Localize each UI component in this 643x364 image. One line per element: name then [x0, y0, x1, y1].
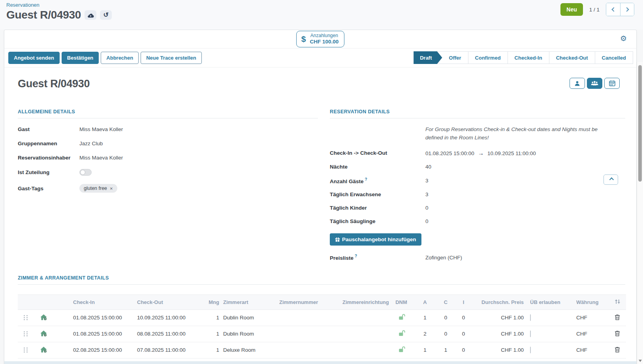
guest-tag[interactable]: gluten free ×: [79, 184, 117, 193]
group-view-button[interactable]: [587, 78, 602, 89]
adults-cell[interactable]: 2: [413, 326, 437, 342]
check-in-out-field[interactable]: 01.08.2025 15:00:00→10.09.2025 11:00:00: [425, 150, 625, 156]
currency-cell[interactable]: CHF: [565, 342, 609, 358]
column-header-check-in[interactable]: Check-In: [68, 295, 135, 310]
check-in-cell[interactable]: 01.08.2025 15:00:00: [68, 326, 135, 342]
adults-cell[interactable]: 1: [413, 310, 437, 326]
reservation-holder-field[interactable]: Miss Maeva Koller: [79, 155, 318, 161]
children-cell[interactable]: 0: [437, 326, 455, 342]
status-step-offer[interactable]: Offer: [442, 52, 468, 64]
ob-allowed-checkbox[interactable]: [530, 330, 531, 337]
row-drag-handle[interactable]: [18, 310, 34, 326]
column-header-room-type[interactable]: Zimmerart: [222, 295, 277, 310]
currency-cell[interactable]: CHF: [565, 310, 609, 326]
column-header-infants[interactable]: I: [455, 295, 472, 310]
delete-row-button[interactable]: [609, 326, 626, 342]
column-header-check-out[interactable]: Check-Out: [135, 295, 198, 310]
is-allocation-toggle[interactable]: [79, 169, 92, 176]
ob-allowed-checkbox[interactable]: [530, 314, 531, 321]
children-cell[interactable]: 0: [437, 310, 455, 326]
confirm-button[interactable]: Bestätigen: [62, 52, 99, 64]
daily-adults-field[interactable]: 3: [425, 191, 625, 197]
pager-next-button[interactable]: [620, 3, 634, 16]
guest-count-field[interactable]: 3: [425, 178, 625, 184]
adults-cell[interactable]: 1: [413, 342, 437, 358]
room-type-cell[interactable]: Deluxe Room: [222, 342, 277, 358]
room-number-cell[interactable]: [277, 342, 340, 358]
check-out-cell[interactable]: 07.08.2025 11:00:00: [135, 342, 198, 358]
check-out-cell[interactable]: 10.09.2025 11:00:00: [135, 310, 198, 326]
column-header-children[interactable]: C: [437, 295, 455, 310]
save-record-button[interactable]: [85, 10, 96, 20]
quantity-cell[interactable]: 1: [198, 342, 222, 358]
room-type-cell[interactable]: Dublin Room: [222, 310, 277, 326]
calendar-view-button[interactable]: [604, 78, 620, 89]
column-header-ob-allowed[interactable]: ÜB erlauben: [528, 295, 565, 310]
check-in-value[interactable]: 01.08.2025 15:00:00: [425, 150, 474, 156]
infants-cell[interactable]: 0: [455, 326, 472, 342]
column-header-adults[interactable]: A: [413, 295, 437, 310]
deposits-smart-button[interactable]: $ Anzahlungen CHF 100.00: [296, 31, 344, 47]
status-step-cancelled[interactable]: Cancelled: [595, 52, 633, 64]
daily-infants-field[interactable]: 0: [425, 218, 625, 224]
collapse-section-button[interactable]: [604, 174, 618, 185]
room-number-cell[interactable]: [277, 326, 340, 342]
column-header-currency[interactable]: Währung: [565, 295, 609, 310]
guest-field[interactable]: Miss Maeva Koller: [79, 126, 318, 132]
ob-allowed-checkbox[interactable]: [530, 347, 531, 353]
breadcrumb[interactable]: Reservationen: [6, 2, 39, 8]
room-amenities-cell[interactable]: [340, 326, 389, 342]
infants-cell[interactable]: 0: [455, 342, 472, 358]
tag-remove-icon[interactable]: ×: [110, 186, 113, 191]
toggle-columns-button[interactable]: [609, 295, 626, 310]
row-drag-handle[interactable]: [18, 326, 34, 342]
quantity-cell[interactable]: 1: [198, 310, 222, 326]
discard-changes-button[interactable]: ↺: [100, 10, 112, 20]
column-header-avg-price[interactable]: Durchschn. Preis: [472, 295, 528, 310]
column-header-room-number[interactable]: Zimmernummer: [277, 295, 340, 310]
quantity-cell[interactable]: 1: [198, 326, 222, 342]
status-step-checked-out[interactable]: Checked-Out: [549, 52, 595, 64]
nights-field[interactable]: 40: [425, 164, 625, 170]
room-amenities-cell[interactable]: [340, 310, 389, 326]
new-record-button[interactable]: Neu: [560, 3, 583, 16]
new-trace-button[interactable]: Neue Trace erstellen: [141, 52, 201, 64]
scrollbar-down-arrow[interactable]: [639, 360, 642, 362]
group-name-field[interactable]: Jazz Club: [79, 141, 318, 146]
column-header-dnm[interactable]: DNM: [389, 295, 413, 310]
add-package-button[interactable]: Pauschalangebot hinzufügen: [330, 233, 421, 246]
pager-previous-button[interactable]: [606, 3, 620, 16]
column-header-mng[interactable]: Mng: [198, 295, 222, 310]
status-step-draft[interactable]: Draft: [414, 51, 442, 64]
check-in-cell[interactable]: 02.08.2025 15:00:00: [68, 342, 135, 358]
infants-cell[interactable]: 0: [455, 310, 472, 326]
check-out-value[interactable]: 10.09.2025 11:00:00: [487, 150, 536, 156]
room-amenities-cell[interactable]: [340, 342, 389, 358]
dnm-cell[interactable]: [389, 326, 413, 342]
children-cell[interactable]: 1: [437, 342, 455, 358]
dnm-cell[interactable]: [389, 342, 413, 358]
check-in-cell[interactable]: 01.08.2025 15:00:00: [68, 310, 135, 326]
daily-children-field[interactable]: 0: [425, 205, 625, 211]
avg-price-cell[interactable]: CHF 1.00: [472, 310, 528, 326]
avg-price-cell[interactable]: CHF 1.00: [472, 326, 528, 342]
send-offer-button[interactable]: Angebot senden: [8, 52, 60, 64]
single-guest-view-button[interactable]: [570, 78, 585, 89]
status-step-checked-in[interactable]: Checked-In: [508, 52, 549, 64]
check-out-cell[interactable]: 08.08.2025 11:00:00: [135, 326, 198, 342]
row-drag-handle[interactable]: [18, 342, 34, 358]
currency-cell[interactable]: CHF: [565, 326, 609, 342]
dnm-cell[interactable]: [389, 310, 413, 326]
delete-row-button[interactable]: [609, 310, 626, 326]
pricelist-field[interactable]: Zofingen (CHF): [425, 255, 625, 261]
room-number-cell[interactable]: [277, 310, 340, 326]
status-step-confirmed[interactable]: Confirmed: [468, 52, 508, 64]
settings-gear-icon[interactable]: ⚙: [620, 35, 627, 42]
room-type-cell[interactable]: Dublin Room: [222, 326, 277, 342]
delete-row-button[interactable]: [609, 342, 626, 358]
column-header-room-amenities[interactable]: Zimmereinrichtung: [340, 295, 389, 310]
scrollbar-thumb[interactable]: [638, 65, 642, 182]
cancel-button[interactable]: Abbrechen: [101, 52, 139, 64]
house-icon: [40, 330, 47, 337]
avg-price-cell[interactable]: CHF 1.00: [472, 342, 528, 358]
